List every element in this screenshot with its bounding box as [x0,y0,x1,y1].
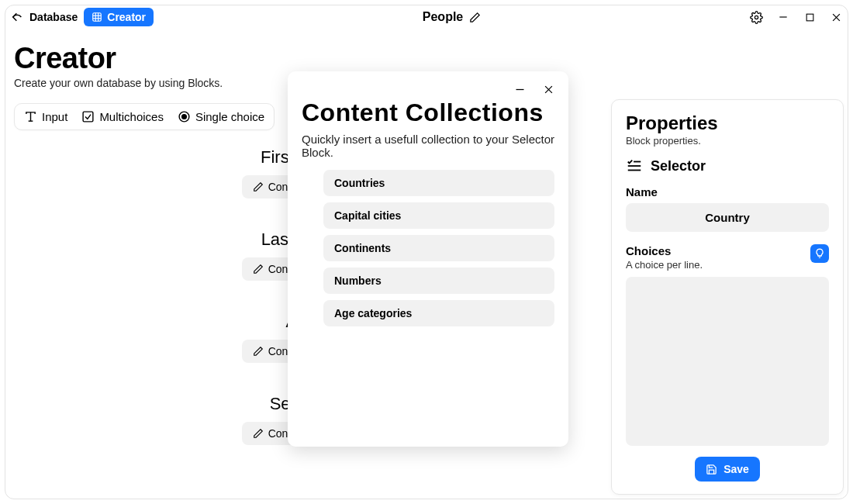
collection-age-categories[interactable]: Age categories [323,300,554,326]
lightbulb-icon [814,248,825,259]
grid-icon [92,12,102,22]
choices-textarea[interactable] [626,277,829,446]
collections-list: Countries Capital cities Continents Numb… [302,170,554,326]
collection-numbers[interactable]: Numbers [323,268,554,294]
panel-block-type: Selector [626,157,829,174]
svg-rect-7 [806,14,813,21]
choices-hint: A choice per line. [626,259,703,271]
save-icon [706,464,717,475]
content-collections-modal: Content Collections Quickly insert a use… [288,71,568,447]
svg-point-5 [755,16,758,19]
pencil-icon [253,264,264,274]
window-minimize[interactable] [777,11,789,23]
tool-multichoices-label: Multichoices [99,110,164,123]
tool-single-choice-label: Single choice [195,110,264,123]
block-toolbar: Input Multichoices Single choice [14,103,275,130]
modal-minimize[interactable] [514,84,526,95]
nav-creator-label: Creator [107,11,146,23]
gear-icon[interactable] [750,11,763,24]
selector-icon [626,157,643,174]
svg-rect-12 [84,112,94,122]
close-icon[interactable] [543,84,554,95]
tool-input-label: Input [42,110,67,123]
titlebar: Database Creator People [0,0,853,34]
properties-panel: Properties Block properties. Selector Na… [611,99,844,495]
tool-input[interactable]: Input [24,110,67,123]
pencil-icon [253,346,264,357]
back-icon[interactable] [11,11,23,23]
pencil-icon [253,428,264,439]
window-maximize[interactable] [803,11,816,23]
panel-title: Properties [626,112,829,134]
collection-capital-cities[interactable]: Capital cities [323,202,554,229]
name-label: Name [626,185,829,198]
save-label: Save [723,463,749,475]
nav-creator[interactable]: Creator [84,8,154,26]
checkbox-icon [81,110,95,123]
suggestions-button[interactable] [810,244,829,263]
panel-subtitle: Block properties. [626,135,829,147]
doc-title: People [423,10,463,24]
modal-title: Content Collections [302,100,554,126]
name-input[interactable] [626,203,829,232]
panel-type-label: Selector [651,158,706,174]
tool-multichoices[interactable]: Multichoices [81,110,164,123]
radio-icon [178,110,191,123]
collection-countries[interactable]: Countries [323,170,554,196]
collection-continents[interactable]: Continents [323,235,554,261]
pencil-icon[interactable] [469,12,481,23]
text-icon [24,110,37,123]
save-button[interactable]: Save [695,457,760,482]
window-close[interactable] [830,11,842,23]
pencil-icon [253,181,264,192]
nav-database[interactable]: Database [29,11,78,23]
choices-label: Choices [626,244,703,257]
svg-rect-0 [93,13,102,22]
svg-point-14 [182,115,187,119]
modal-subtitle: Quickly insert a usefull collection to y… [302,133,554,159]
page-title: Creator [14,42,839,75]
tool-single-choice[interactable]: Single choice [178,110,264,123]
